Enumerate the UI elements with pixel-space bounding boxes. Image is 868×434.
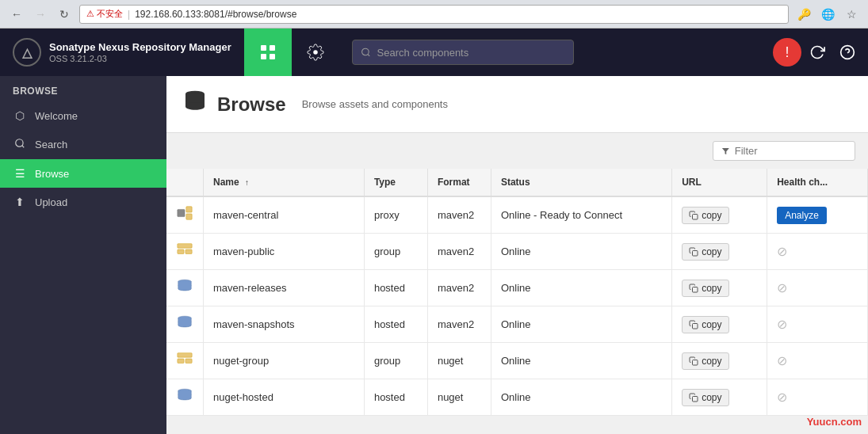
row-icon-cell <box>166 234 204 270</box>
row-format: maven2 <box>427 234 491 270</box>
table-row: maven-public group maven2 Online copy ⊘ <box>166 234 868 270</box>
row-icon-cell <box>166 270 204 306</box>
group-repo-icon <box>176 355 193 371</box>
svg-rect-16 <box>178 249 184 254</box>
disabled-icon: ⊘ <box>777 318 787 331</box>
col-header-health[interactable]: Health ch... <box>767 169 868 196</box>
svg-rect-17 <box>185 249 192 254</box>
browser-toolbar-icons: 🔑 🌐 ☆ <box>795 6 860 23</box>
brand-section: △ Sonatype Nexus Repository Manager OSS … <box>0 29 244 76</box>
copy-url-button[interactable]: copy <box>682 352 728 370</box>
bookmark-icon[interactable]: ☆ <box>843 6 860 23</box>
filter-bar <box>166 133 868 169</box>
back-button[interactable]: ← <box>8 6 25 23</box>
sidebar-item-browse-label: Browse <box>35 168 69 180</box>
col-header-name[interactable]: Name ↑ <box>204 169 365 196</box>
content-header: Browse Browse assets and components <box>166 76 868 133</box>
copy-url-button[interactable]: copy <box>682 243 728 261</box>
row-name: nuget-hosted <box>204 379 365 416</box>
disabled-icon: ⊘ <box>777 354 787 367</box>
svg-rect-22 <box>693 323 698 329</box>
row-status: Online - Ready to Connect <box>491 196 671 234</box>
forward-button[interactable]: → <box>32 6 49 23</box>
table-body: maven-central proxy maven2 Online - Read… <box>166 196 868 416</box>
top-navbar: △ Sonatype Nexus Repository Manager OSS … <box>0 29 868 76</box>
disabled-icon: ⊘ <box>777 281 787 295</box>
row-health: ⊘ <box>767 343 868 379</box>
col-header-status[interactable]: Status <box>491 169 671 196</box>
copy-url-button[interactable]: copy <box>682 207 728 224</box>
row-status: Online <box>491 343 671 379</box>
row-url: copy <box>672 234 767 270</box>
row-format: maven2 <box>427 306 491 343</box>
svg-rect-14 <box>693 214 698 219</box>
alert-icon[interactable]: ! <box>773 38 801 67</box>
browse-nav-button[interactable] <box>244 29 292 76</box>
upload-icon: ⬆ <box>13 196 27 208</box>
svg-rect-28 <box>693 396 698 402</box>
row-health: Analyze <box>767 196 868 234</box>
brand-version: OSS 3.21.2-03 <box>49 54 231 63</box>
key-icon[interactable]: 🔑 <box>795 6 813 23</box>
svg-rect-26 <box>693 360 698 365</box>
reload-button[interactable]: ↻ <box>55 6 73 23</box>
filter-input[interactable] <box>735 145 847 157</box>
brand-text: Sonatype Nexus Repository Manager OSS 3.… <box>49 41 231 63</box>
help-nav-button[interactable] <box>833 38 862 67</box>
col-header-format[interactable]: Format <box>427 169 491 196</box>
row-type: group <box>364 234 427 270</box>
row-type: hosted <box>364 270 427 306</box>
copy-url-button[interactable]: copy <box>682 316 728 333</box>
col-header-url[interactable]: URL <box>672 169 767 196</box>
col-header-icon <box>166 169 204 196</box>
row-name: maven-public <box>204 234 365 270</box>
row-name: nuget-group <box>204 343 365 379</box>
row-type: hosted <box>364 306 427 343</box>
filter-input-container[interactable] <box>713 141 855 161</box>
svg-point-8 <box>16 139 23 147</box>
browser-chrome: ← → ↻ ⚠ ⚠ 不安全不安全 | 192.168.60.133:8081/#… <box>0 0 868 29</box>
address-bar[interactable]: ⚠ ⚠ 不安全不安全 | 192.168.60.133:8081/#browse… <box>79 5 789 24</box>
translate-icon[interactable]: 🌐 <box>819 6 836 23</box>
table-header: Name ↑ Type Format Status URL Health ch.… <box>166 169 868 196</box>
group-repo-icon <box>176 246 193 261</box>
sidebar-item-browse[interactable]: ☰ Browse <box>0 159 166 188</box>
svg-rect-2 <box>261 54 266 59</box>
sidebar-item-search[interactable]: Search <box>0 130 166 159</box>
row-format: maven2 <box>427 196 491 234</box>
sidebar-item-upload-label: Upload <box>35 196 67 208</box>
main-area: Browse ⬡ Welcome Search ☰ Browse <box>0 76 868 434</box>
hosted-repo-icon <box>176 318 193 334</box>
sort-icon: ↑ <box>245 178 249 187</box>
content-area: Browse Browse assets and components <box>166 76 868 434</box>
svg-rect-23 <box>178 353 192 358</box>
svg-point-5 <box>361 48 369 55</box>
svg-rect-24 <box>178 359 184 364</box>
svg-rect-12 <box>186 207 192 212</box>
settings-nav-button[interactable] <box>292 29 339 76</box>
search-input[interactable] <box>377 47 565 59</box>
row-url: copy <box>672 343 767 379</box>
svg-rect-18 <box>693 250 698 256</box>
hosted-repo-icon <box>176 391 193 407</box>
page-subtitle: Browse assets and components <box>302 98 448 110</box>
copy-url-button[interactable]: copy <box>682 280 728 297</box>
svg-marker-10 <box>722 147 729 154</box>
row-health: ⊘ <box>767 379 868 416</box>
svg-rect-15 <box>178 244 192 249</box>
brand-logo: △ <box>13 38 41 67</box>
search-box[interactable] <box>352 40 574 65</box>
row-health: ⊘ <box>767 270 868 306</box>
copy-url-button[interactable]: copy <box>682 389 728 406</box>
svg-rect-1 <box>270 45 275 51</box>
col-header-type[interactable]: Type <box>364 169 427 196</box>
svg-rect-0 <box>261 45 266 51</box>
analyze-button[interactable]: Analyze <box>777 207 827 224</box>
row-name: maven-central <box>204 196 365 234</box>
row-status: Online <box>491 306 671 343</box>
refresh-nav-button[interactable] <box>803 38 832 67</box>
sidebar-item-welcome[interactable]: ⬡ Welcome <box>0 101 166 130</box>
svg-rect-13 <box>186 214 192 219</box>
sidebar-item-upload[interactable]: ⬆ Upload <box>0 188 166 216</box>
table-row: nuget-group group nuget Online copy ⊘ <box>166 343 868 379</box>
